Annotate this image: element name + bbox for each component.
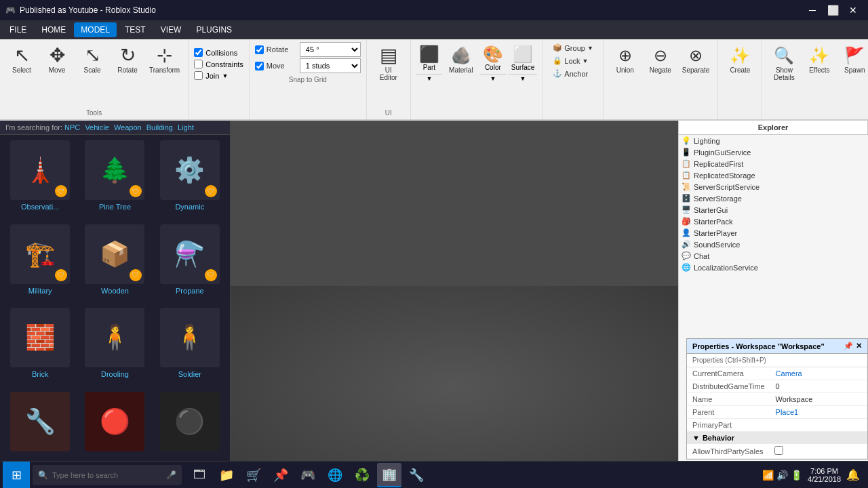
prop-disttime-value[interactable]: 0	[770, 380, 867, 393]
explorer-item-pluginguiservice[interactable]: 📱 PluginGuiService	[679, 146, 868, 158]
explorer-item-lighting[interactable]: 💡 Lighting	[679, 135, 868, 146]
part-dropdown[interactable]: ▼	[416, 74, 442, 83]
lock-dropdown-icon[interactable]: ▼	[583, 58, 589, 64]
prop-primary-value[interactable]	[770, 419, 867, 432]
show-details-button[interactable]: 🔍 ShowDetails	[768, 42, 800, 83]
move-snap-checkbox[interactable]	[255, 62, 264, 70]
color-button[interactable]: 🎨 Color ▼	[480, 42, 506, 83]
create-button[interactable]: ✨ Create	[724, 42, 756, 75]
viewport[interactable]	[231, 121, 678, 488]
spawn-button[interactable]: 🚩 Spawn	[838, 42, 868, 75]
group-button[interactable]: 📦 Group ▼	[549, 42, 597, 54]
separate-button[interactable]: ⊗ Separate	[679, 42, 713, 75]
explorer-item-replicatedstorage[interactable]: 📋 ReplicatedStorage	[679, 169, 868, 181]
menu-file[interactable]: FILE	[3, 22, 33, 37]
microphone-icon[interactable]: 🎤	[166, 470, 176, 480]
start-button[interactable]: ⊞	[3, 462, 30, 489]
collisions-checkbox[interactable]	[194, 48, 203, 57]
taskbar-search[interactable]: 🔍 🎤	[33, 465, 182, 485]
menu-plugins[interactable]: PLUGINS	[189, 22, 239, 37]
join-dropdown-icon[interactable]: ▼	[222, 73, 228, 79]
group-dropdown-icon[interactable]: ▼	[587, 45, 593, 52]
list-item[interactable]: 🧍 Soldier	[155, 308, 224, 386]
taskbar-settings-icon[interactable]: 🔧	[404, 463, 429, 487]
prop-parent-value[interactable]: Place1	[770, 406, 867, 419]
list-item[interactable]: 🔧	[5, 392, 75, 462]
list-item[interactable]: ⚙️🛡 Dynamic	[155, 140, 224, 219]
constraints-checkbox[interactable]	[194, 60, 203, 68]
list-item[interactable]: 🔴	[80, 392, 149, 462]
explorer-tab[interactable]: Explorer	[679, 121, 868, 134]
taskbar-game-icon[interactable]: 🎮	[296, 463, 320, 487]
explorer-item-soundservice[interactable]: 🔊 SoundService	[679, 239, 868, 250]
list-item[interactable]: 🧍 Drooling	[80, 308, 149, 386]
part-button[interactable]: ⬛ Part ▼	[416, 42, 442, 83]
join-checkbox[interactable]	[194, 71, 203, 80]
color-dropdown[interactable]: ▼	[480, 74, 506, 83]
minimize-button[interactable]: ─	[803, 3, 822, 18]
rotate-snap-checkbox[interactable]	[255, 45, 264, 54]
maximize-button[interactable]: ⬜	[823, 3, 842, 18]
taskbar-pin-icon[interactable]: 📌	[269, 463, 293, 487]
negate-button[interactable]: ⊖ Negate	[644, 42, 677, 75]
list-item[interactable]: 🏗️🛡 Military	[5, 224, 75, 303]
behavior-section-header[interactable]: ▼ Behavior	[687, 432, 867, 444]
menu-view[interactable]: VIEW	[154, 22, 189, 37]
list-item[interactable]: 🌲🛡 Pine Tree	[80, 140, 149, 219]
taskbar-recycle-icon[interactable]: ♻️	[350, 463, 374, 487]
taskbar-edge-icon[interactable]: 🌐	[323, 463, 347, 487]
list-item[interactable]: ⚫	[155, 392, 224, 462]
surface-dropdown[interactable]: ▼	[509, 74, 537, 83]
explorer-item-starterplayer[interactable]: 👤 StarterPlayer	[679, 227, 868, 239]
taskbar-store-icon[interactable]: 🛒	[241, 463, 266, 487]
notification-icon[interactable]: 🔔	[846, 468, 860, 481]
list-item[interactable]: 📦🛡 Wooden	[80, 224, 149, 303]
allow-sales-value[interactable]	[769, 444, 867, 459]
explorer-item-serverstorage[interactable]: 🗄️ ServerStorage	[679, 192, 868, 204]
properties-pin-button[interactable]: 📌	[844, 342, 853, 350]
prop-name-row-value[interactable]: Workspace	[770, 393, 867, 406]
tag-vehicle[interactable]: Vehicle	[85, 123, 108, 131]
list-item[interactable]: ⚗️🛡 Propane	[155, 224, 224, 303]
scale-button[interactable]: ⤡ Scale	[76, 42, 108, 75]
tag-light[interactable]: Light	[178, 123, 194, 131]
transform-button[interactable]: ⊹ Transform	[146, 42, 182, 75]
tag-weapon[interactable]: Weapon	[114, 123, 142, 131]
prop-name-value[interactable]: Camera	[770, 367, 867, 380]
lock-button[interactable]: 🔒 Lock ▼	[549, 55, 597, 66]
list-item[interactable]: 🧱 Brick	[5, 308, 75, 386]
anchor-button[interactable]: ⚓ Anchor	[549, 68, 597, 79]
taskbar-multiview-icon[interactable]: 🗔	[187, 463, 212, 487]
menu-test[interactable]: TEST	[118, 22, 153, 37]
network-icon[interactable]: 📶	[762, 470, 774, 481]
rotate-snap-select[interactable]: 45 °	[300, 42, 361, 57]
tag-npc[interactable]: NPC	[64, 123, 80, 131]
taskbar-roblox-icon[interactable]: 🏢	[377, 463, 401, 487]
move-snap-select[interactable]: 1 studs	[300, 58, 361, 73]
menu-model[interactable]: MODEL	[74, 22, 117, 37]
tag-building[interactable]: Building	[146, 123, 173, 131]
menu-home[interactable]: HOME	[35, 22, 73, 37]
join-row[interactable]: Join ▼	[194, 70, 243, 81]
select-button[interactable]: ↖ Select	[5, 42, 38, 75]
ui-editor-button[interactable]: ▤ UIEditor	[372, 42, 405, 83]
taskbar-files-icon[interactable]: 📁	[214, 463, 239, 487]
list-item[interactable]: 🗼🛡 Observati...	[5, 140, 75, 219]
clock[interactable]: 7:06 PM 4/21/2018	[808, 467, 841, 483]
close-button[interactable]: ✕	[844, 3, 863, 18]
explorer-item-startergui[interactable]: 🖥️ StarterGui	[679, 204, 868, 216]
allow-sales-checkbox[interactable]	[774, 446, 783, 455]
material-button[interactable]: 🪨 Material	[445, 42, 477, 75]
effects-button[interactable]: ✨ Effects	[803, 42, 835, 75]
rotate-button[interactable]: ↻ Rotate	[111, 42, 144, 75]
surface-button[interactable]: ⬜ Surface ▼	[509, 42, 537, 83]
properties-close-button[interactable]: ✕	[856, 342, 862, 350]
collisions-row[interactable]: Collisions	[194, 47, 243, 58]
constraints-row[interactable]: Constraints	[194, 59, 243, 69]
volume-icon[interactable]: 🔊	[776, 470, 788, 481]
explorer-item-chat[interactable]: 💬 Chat	[679, 250, 868, 262]
taskbar-search-input[interactable]	[52, 471, 162, 479]
explorer-item-serverscript[interactable]: 📜 ServerScriptService	[679, 181, 868, 192]
explorer-item-replicatedfirst[interactable]: 📋 ReplicatedFirst	[679, 158, 868, 169]
move-button[interactable]: ✥ Move	[41, 42, 73, 75]
